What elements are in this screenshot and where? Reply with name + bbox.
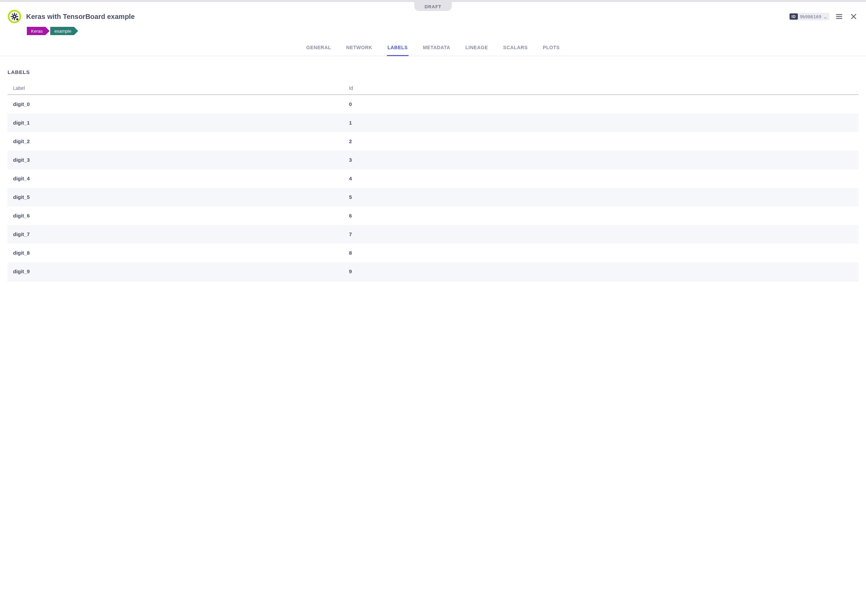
svg-rect-11 bbox=[836, 14, 842, 15]
cell-label: digit_8 bbox=[13, 250, 349, 256]
close-button[interactable] bbox=[849, 12, 858, 21]
cell-label: digit_6 bbox=[13, 213, 349, 218]
table-row[interactable]: digit_00 bbox=[8, 95, 858, 113]
cell-label: digit_0 bbox=[13, 101, 349, 107]
labels-table: Label Id digit_00digit_11digit_22digit_3… bbox=[8, 82, 858, 281]
tag-example[interactable]: example bbox=[50, 27, 74, 35]
table-header: Label Id bbox=[8, 82, 858, 95]
tag-label: Keras bbox=[31, 28, 43, 34]
tab-scalars[interactable]: SCALARS bbox=[503, 41, 528, 56]
tab-general[interactable]: GENERAL bbox=[306, 41, 332, 56]
tab-lineage[interactable]: LINEAGE bbox=[465, 41, 489, 56]
svg-rect-13 bbox=[836, 18, 842, 19]
table-row[interactable]: digit_11 bbox=[8, 113, 858, 132]
cell-id: 0 bbox=[349, 101, 853, 107]
cell-label: digit_9 bbox=[13, 269, 349, 274]
cell-id: 4 bbox=[349, 176, 853, 181]
table-row[interactable]: digit_22 bbox=[8, 132, 858, 151]
svg-rect-8 bbox=[16, 13, 17, 15]
cell-label: digit_5 bbox=[13, 194, 349, 200]
table-row[interactable]: digit_88 bbox=[8, 244, 858, 262]
menu-button[interactable] bbox=[835, 12, 844, 21]
draft-badge: DRAFT bbox=[414, 2, 451, 11]
svg-rect-12 bbox=[836, 16, 842, 17]
tab-network[interactable]: NETWORK bbox=[346, 41, 373, 56]
svg-rect-3 bbox=[14, 13, 15, 14]
tab-labels[interactable]: LABELS bbox=[387, 41, 409, 56]
id-badge: ID bbox=[790, 13, 798, 20]
cell-id: 9 bbox=[349, 269, 853, 274]
svg-point-1 bbox=[16, 18, 18, 20]
id-value: 9b986169 … bbox=[800, 14, 827, 19]
cell-id: 3 bbox=[349, 157, 853, 163]
cell-label: digit_4 bbox=[13, 176, 349, 181]
cell-id: 6 bbox=[349, 213, 853, 218]
table-row[interactable]: digit_44 bbox=[8, 169, 858, 188]
cell-label: digit_2 bbox=[13, 138, 349, 144]
column-header-label[interactable]: Label bbox=[13, 85, 349, 91]
svg-rect-6 bbox=[17, 16, 18, 17]
section-title: LABELS bbox=[8, 69, 858, 75]
cell-label: digit_3 bbox=[13, 157, 349, 163]
svg-rect-7 bbox=[12, 13, 13, 15]
cell-id: 8 bbox=[349, 250, 853, 256]
tabs: GENERALNETWORKLABELSMETADATALINEAGESCALA… bbox=[0, 41, 866, 56]
tab-plots[interactable]: PLOTS bbox=[542, 41, 560, 56]
close-icon bbox=[850, 13, 857, 20]
cell-id: 2 bbox=[349, 138, 853, 144]
tag-keras[interactable]: Keras bbox=[27, 27, 46, 35]
svg-point-10 bbox=[14, 16, 15, 17]
table-row[interactable]: digit_77 bbox=[8, 225, 858, 244]
table-row[interactable]: digit_55 bbox=[8, 188, 858, 206]
table-row[interactable]: digit_66 bbox=[8, 206, 858, 225]
hamburger-icon bbox=[835, 13, 843, 20]
app-logo-icon bbox=[8, 9, 21, 24]
tab-metadata[interactable]: METADATA bbox=[422, 41, 451, 56]
experiment-id-chip[interactable]: ID 9b986169 … bbox=[789, 13, 830, 20]
cell-label: digit_1 bbox=[13, 120, 349, 126]
cell-id: 5 bbox=[349, 194, 853, 200]
svg-rect-4 bbox=[14, 19, 15, 20]
table-row[interactable]: digit_99 bbox=[8, 262, 858, 281]
cell-label: digit_7 bbox=[13, 231, 349, 237]
column-header-id[interactable]: Id bbox=[349, 85, 853, 91]
page-title: Keras with TensorBoard example bbox=[26, 13, 784, 20]
table-row[interactable]: digit_33 bbox=[8, 151, 858, 169]
svg-rect-5 bbox=[11, 16, 13, 17]
cell-id: 1 bbox=[349, 120, 853, 126]
tag-label: example bbox=[54, 28, 71, 34]
cell-id: 7 bbox=[349, 231, 853, 237]
svg-rect-9 bbox=[12, 18, 13, 20]
tags-row: Kerasexample bbox=[0, 25, 866, 35]
